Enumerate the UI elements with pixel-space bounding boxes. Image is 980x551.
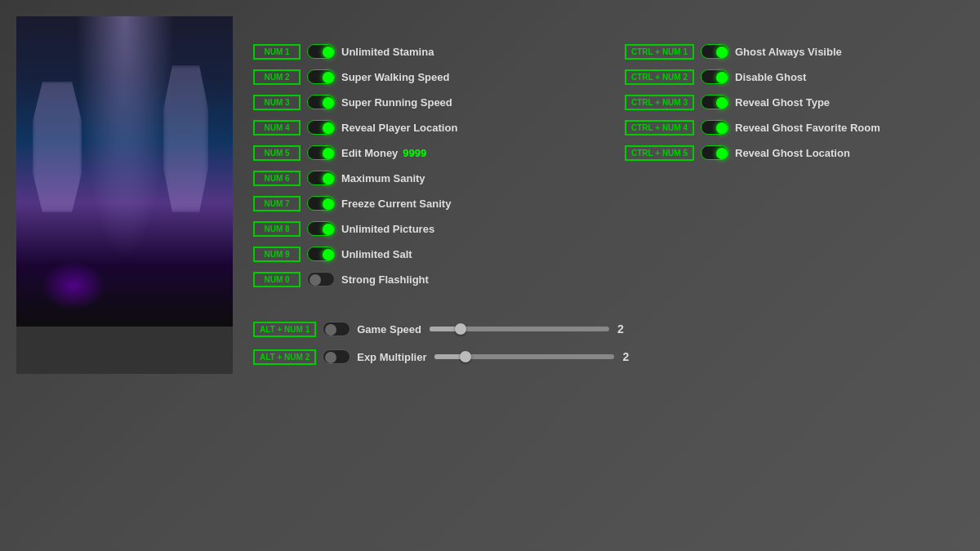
slider-track[interactable] — [434, 354, 614, 359]
cheat-label: Super Walking Speed — [341, 71, 449, 83]
cheat-row-left-5: NUM 6Maximum Sanity — [253, 167, 592, 189]
cheat-row-left-0: NUM 1Unlimited Stamina — [253, 41, 592, 62]
toggle-track — [307, 171, 335, 185]
purple-glow-decoration — [41, 261, 106, 310]
toggle-switch[interactable] — [701, 145, 728, 160]
cheat-label: Strong Flashlight — [341, 273, 429, 286]
ghost-figure-2 — [163, 65, 208, 212]
key-badge[interactable]: NUM 9 — [253, 247, 301, 262]
toggle-knob — [323, 249, 334, 260]
toggle-track — [323, 349, 350, 364]
cheats-right-column: CTRL + NUM 1Ghost Always VisibleCTRL + N… — [625, 41, 964, 294]
toggle-track — [307, 44, 335, 59]
toggle-switch[interactable] — [307, 247, 335, 261]
cheat-row-left-3: NUM 4Reveal Player Location — [253, 117, 592, 138]
toggle-switch[interactable] — [307, 272, 335, 287]
toggle-knob — [323, 224, 334, 235]
toggle-switch[interactable] — [307, 44, 335, 59]
toggle-switch[interactable] — [701, 69, 728, 84]
slider-key-badge[interactable]: ALT + NUM 1 — [253, 322, 316, 337]
cheat-row-left-9: NUM 0Strong Flashlight — [253, 269, 592, 290]
toggle-knob — [323, 47, 334, 58]
cheat-label: Edit Money — [341, 147, 398, 159]
trainer-label-bar — [16, 327, 233, 374]
key-badge[interactable]: CTRL + NUM 3 — [625, 95, 694, 110]
slider-toggle[interactable] — [323, 349, 350, 364]
slider-key-badge[interactable]: ALT + NUM 2 — [253, 349, 316, 365]
key-badge[interactable]: NUM 1 — [253, 44, 301, 60]
slider-handle[interactable] — [460, 351, 471, 362]
money-value: 9999 — [403, 147, 426, 159]
toggle-track — [307, 221, 335, 236]
cheat-row-left-2: NUM 3Super Running Speed — [253, 91, 592, 113]
toggle-track — [323, 322, 350, 336]
cheat-label: Reveal Ghost Type — [735, 96, 830, 109]
main-window: NUM 1Unlimited StaminaNUM 2Super Walking… — [0, 0, 980, 551]
toggle-track — [307, 120, 335, 135]
cheat-row-left-8: NUM 9Unlimited Salt — [253, 243, 592, 264]
cheat-label: Maximum Sanity — [341, 172, 425, 184]
cheat-row-right-1: CTRL + NUM 2Disable Ghost — [625, 66, 964, 87]
cheat-label: Freeze Current Sanity — [341, 198, 451, 210]
cheat-label: Reveal Ghost Location — [735, 147, 850, 159]
toggle-track — [307, 69, 335, 84]
cheat-row-left-6: NUM 7Freeze Current Sanity — [253, 193, 592, 214]
toggle-knob — [716, 148, 728, 159]
toggle-knob — [323, 173, 334, 184]
toggle-knob — [325, 324, 336, 335]
toggle-switch[interactable] — [307, 145, 335, 160]
cheat-label: Unlimited Stamina — [341, 46, 434, 58]
toggle-knob — [310, 274, 321, 286]
key-badge[interactable]: CTRL + NUM 5 — [625, 145, 694, 161]
cheats-left-column: NUM 1Unlimited StaminaNUM 2Super Walking… — [253, 41, 592, 294]
slider-handle[interactable] — [455, 323, 466, 335]
toggle-knob — [323, 97, 334, 109]
toggle-knob — [716, 72, 728, 83]
cheat-row-right-2: CTRL + NUM 3Reveal Ghost Type — [625, 91, 964, 113]
cheat-label: Super Running Speed — [341, 96, 452, 109]
slider-value: 2 — [617, 322, 634, 335]
slider-track[interactable] — [430, 327, 609, 331]
key-badge[interactable]: NUM 2 — [253, 69, 301, 85]
slider-value: 2 — [622, 350, 639, 363]
toggle-switch[interactable] — [701, 44, 728, 59]
game-panel — [16, 16, 233, 375]
toggle-switch[interactable] — [701, 95, 728, 109]
key-badge[interactable]: NUM 3 — [253, 95, 301, 110]
cheat-row-left-7: NUM 8Unlimited Pictures — [253, 218, 592, 239]
key-badge[interactable]: NUM 4 — [253, 120, 301, 136]
key-badge[interactable]: CTRL + NUM 2 — [625, 69, 694, 85]
toggle-switch[interactable] — [307, 95, 335, 109]
cheat-label: Reveal Ghost Favorite Room — [735, 122, 880, 134]
toggle-knob — [716, 122, 728, 134]
toggle-switch[interactable] — [307, 171, 335, 185]
toggle-switch[interactable] — [307, 221, 335, 236]
toggle-switch[interactable] — [701, 120, 728, 135]
toggle-track — [701, 44, 728, 59]
key-badge[interactable]: NUM 7 — [253, 196, 301, 211]
cheat-row-left-4: NUM 5Edit Money9999 — [253, 142, 592, 163]
slider-fill — [430, 327, 457, 331]
toggle-track — [307, 272, 335, 287]
key-badge[interactable]: CTRL + NUM 4 — [625, 120, 694, 136]
cheat-label: Reveal Player Location — [341, 122, 457, 134]
slider-toggle[interactable] — [323, 322, 350, 336]
cheat-label: Unlimited Salt — [341, 248, 412, 260]
light-beam-decoration — [76, 16, 174, 261]
key-badge[interactable]: NUM 6 — [253, 171, 301, 186]
cheat-row-right-4: CTRL + NUM 5Reveal Ghost Location — [625, 142, 964, 163]
toggle-track — [307, 95, 335, 109]
toggle-knob — [323, 122, 334, 134]
toggle-switch[interactable] — [307, 120, 335, 135]
game-cover — [16, 16, 233, 327]
key-badge[interactable]: NUM 0 — [253, 272, 301, 287]
toggle-track — [307, 196, 335, 211]
cheats-grid: NUM 1Unlimited StaminaNUM 2Super Walking… — [253, 41, 964, 294]
toggle-switch[interactable] — [307, 69, 335, 84]
key-badge[interactable]: NUM 5 — [253, 145, 301, 161]
key-badge[interactable]: NUM 8 — [253, 221, 301, 237]
slider-section: ALT + NUM 1Game Speed2ALT + NUM 2Exp Mul… — [253, 318, 964, 367]
key-badge[interactable]: CTRL + NUM 1 — [625, 44, 694, 60]
toggle-switch[interactable] — [307, 196, 335, 211]
toggle-track — [307, 145, 335, 160]
